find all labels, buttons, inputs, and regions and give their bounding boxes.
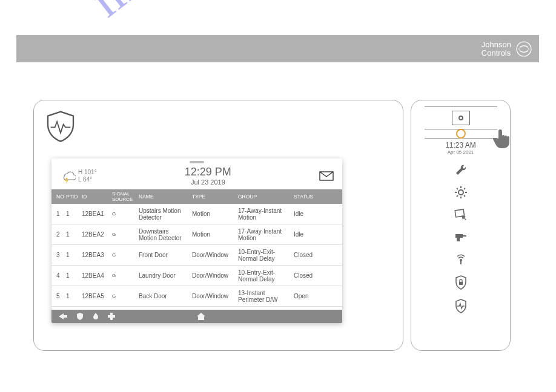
shield-lock-icon[interactable] bbox=[454, 275, 468, 290]
svg-rect-21 bbox=[460, 261, 462, 264]
col-status: STATUS bbox=[294, 194, 330, 200]
svg-line-15 bbox=[464, 188, 465, 189]
svg-line-13 bbox=[464, 195, 465, 197]
table-body[interactable]: 1 1 12BEA1 G Upstairs Motion Detector Mo… bbox=[51, 204, 342, 310]
shield-health-icon[interactable] bbox=[454, 299, 468, 313]
svg-line-14 bbox=[457, 195, 458, 197]
document-header: Johnson Controls bbox=[16, 35, 539, 62]
side-panel: 11:23 AM Apr 05 2021 bbox=[411, 100, 511, 351]
watermark-text: manualshive.com bbox=[79, 0, 404, 28]
table-header: NO PTID ID SIGNAL SOURCE NAME TYPE GROUP… bbox=[51, 189, 342, 204]
side-top-dropdown[interactable] bbox=[425, 106, 497, 129]
brand-logo: Johnson Controls bbox=[482, 41, 532, 57]
sensor-status-card: H 101° L 64° 12:29 PM Jul 23 2019 NO PTI… bbox=[51, 158, 342, 323]
col-type: TYPE bbox=[192, 194, 238, 200]
svg-marker-6 bbox=[197, 313, 205, 320]
clock-date: Jul 23 2019 bbox=[185, 178, 231, 186]
weather-cloud-lightning-icon bbox=[60, 169, 76, 183]
weather-widget[interactable]: H 101° L 64° bbox=[60, 169, 97, 183]
home-icon[interactable] bbox=[196, 312, 207, 321]
touch-panel-icon[interactable] bbox=[454, 208, 468, 221]
shield-icon[interactable] bbox=[76, 312, 84, 321]
brand-line2: Controls bbox=[482, 49, 511, 57]
svg-rect-18 bbox=[463, 235, 466, 237]
drill-icon[interactable] bbox=[454, 230, 468, 244]
svg-point-7 bbox=[458, 190, 463, 195]
col-group: GROUP bbox=[238, 194, 294, 200]
weather-low: L 64° bbox=[78, 176, 97, 183]
side-time: 11:23 AM bbox=[445, 141, 476, 149]
settings-gear-icon[interactable] bbox=[454, 186, 468, 199]
back-arrow-icon[interactable] bbox=[58, 312, 68, 321]
table-row[interactable]: 4 1 12BEA4 G Laundry Door Door/Window 10… bbox=[51, 266, 342, 286]
record-indicator-icon bbox=[452, 111, 470, 125]
svg-rect-19 bbox=[457, 238, 460, 241]
flame-icon[interactable] bbox=[91, 312, 100, 321]
col-id: ID bbox=[82, 194, 112, 200]
medical-plus-icon[interactable] bbox=[107, 312, 116, 321]
svg-rect-5 bbox=[108, 315, 115, 318]
svg-marker-1 bbox=[65, 178, 68, 183]
svg-marker-3 bbox=[59, 313, 67, 319]
table-row[interactable]: 3 1 12BEA3 G Front Door Door/Window 10-E… bbox=[51, 245, 342, 266]
pulldown-indicator[interactable] bbox=[425, 131, 497, 139]
brand-swirl-icon bbox=[516, 41, 532, 57]
col-ptid: PTID bbox=[66, 194, 82, 200]
pointing-hand-icon bbox=[490, 125, 515, 151]
side-date: Apr 05 2021 bbox=[448, 149, 474, 155]
signal-sensor-icon[interactable] bbox=[454, 253, 468, 266]
table-row[interactable]: 5 1 12BEA5 G Back Door Door/Window 13-In… bbox=[51, 286, 342, 307]
col-name: NAME bbox=[139, 194, 192, 200]
svg-rect-17 bbox=[455, 234, 463, 238]
svg-line-12 bbox=[457, 188, 458, 189]
highlight-circle-icon bbox=[456, 129, 466, 139]
clock-time: 12:29 PM bbox=[185, 166, 231, 178]
col-signal: SIGNAL SOURCE bbox=[112, 191, 139, 202]
table-row[interactable]: 2 1 12BEA2 G Downstairs Motion Detector … bbox=[51, 224, 342, 245]
wrench-icon[interactable] bbox=[454, 163, 468, 177]
clock-widget: 12:29 PM Jul 23 2019 bbox=[185, 166, 231, 186]
messages-icon[interactable] bbox=[319, 171, 334, 181]
col-no: NO bbox=[51, 194, 66, 200]
weather-high: H 101° bbox=[78, 169, 97, 176]
svg-rect-22 bbox=[459, 282, 463, 285]
brand-line1: Johnson bbox=[482, 41, 511, 49]
card-bottom-bar bbox=[51, 310, 342, 323]
system-health-shield-icon bbox=[44, 109, 78, 143]
table-row[interactable]: 1 1 12BEA1 G Upstairs Motion Detector Mo… bbox=[51, 204, 342, 224]
